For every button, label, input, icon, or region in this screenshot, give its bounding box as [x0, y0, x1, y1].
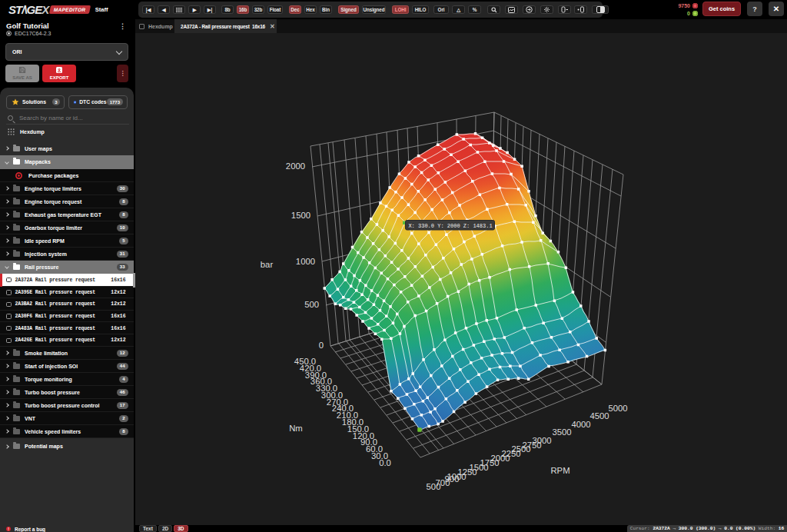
svg-text:3000: 3000 [532, 436, 551, 445]
svg-text:Nm: Nm [289, 424, 303, 433]
svg-text:bar: bar [261, 260, 274, 269]
svg-text:3500: 3500 [552, 427, 571, 437]
svg-text:4500: 4500 [589, 411, 609, 421]
svg-text:450.0: 450.0 [294, 357, 316, 366]
svg-text:4000: 4000 [571, 420, 590, 429]
svg-text:500: 500 [304, 300, 319, 309]
svg-text:5000: 5000 [608, 404, 627, 413]
svg-text:0: 0 [319, 341, 324, 350]
svg-text:1000: 1000 [296, 257, 315, 266]
svg-text:X: 330.0 Y: 2000 Z: 1483.1: X: 330.0 Y: 2000 Z: 1483.1 [408, 223, 492, 229]
svg-text:2000: 2000 [286, 161, 305, 171]
svg-text:1500: 1500 [291, 211, 310, 220]
svg-text:RPM: RPM [550, 466, 569, 475]
